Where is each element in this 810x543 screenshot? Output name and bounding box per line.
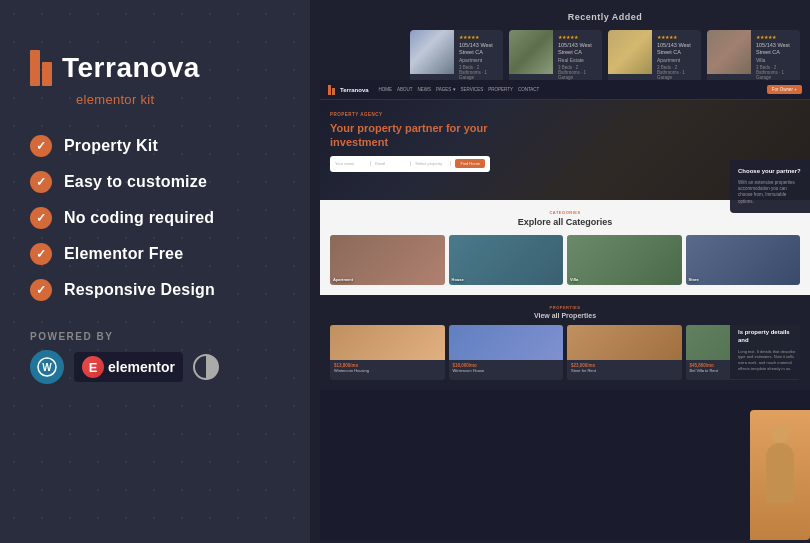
mock-side-info-box: Choose your partner? With an extensive p… [730, 160, 810, 213]
card-address-3: 105/143 West Street CA [657, 42, 696, 56]
property-card: ★★★★★ 105/143 West Street CA Apartment 3… [410, 30, 503, 84]
mock-property-card-1: $13,800/mo Wintercom Housing [330, 325, 445, 380]
mock-side-title: Choose your partner? [738, 168, 802, 176]
mock-logo-text: Terranova [340, 87, 369, 93]
mockup-area: Recently Added ★★★★★ 105/143 West Street… [310, 0, 810, 543]
hero-title-accent: your [464, 122, 488, 134]
card-details-4: ★★★★★ 105/143 West Street CA Villa 3 Bed… [751, 30, 800, 84]
feature-label-2: Easy to customize [64, 173, 207, 191]
agent-head [771, 425, 789, 443]
mock-nav-items: HOME ABOUT NEWS PAGES ▾ SERVICES PROPERT… [379, 87, 540, 92]
check-icon-5 [30, 279, 52, 301]
svg-text:W: W [42, 362, 52, 373]
logo-icon [30, 50, 52, 86]
mock-property-image-1 [330, 325, 445, 360]
feature-list: Property Kit Easy to customize No coding… [30, 135, 280, 301]
card-type-3: Apartment [657, 57, 696, 63]
wordpress-logo: W [30, 350, 64, 384]
check-icon-1 [30, 135, 52, 157]
mock-form-email: Email [375, 161, 411, 166]
mock-category-store: Store [686, 235, 801, 285]
mock-form-property: Select property [415, 161, 451, 166]
card-meta-1: 3 Beds · 2 Bathrooms · 1 Garage [459, 65, 498, 80]
hero-title-plain: Your property partner for [330, 122, 464, 134]
feature-label-5: Responsive Design [64, 281, 215, 299]
mock-form-button[interactable]: Find Home [455, 159, 485, 168]
card-address-1: 105/143 West Street CA [459, 42, 498, 56]
mock-cat-label-house: House [452, 277, 464, 282]
card-type-2: Real Estate [558, 57, 597, 63]
mock-cat-label-villa: Villa [570, 277, 578, 282]
mock-logo: Terranova [328, 85, 369, 95]
mock-nav-home: HOME [379, 87, 393, 92]
mock-nav-property: PROPERTY [488, 87, 513, 92]
logo-area: Terranova [30, 50, 280, 86]
powered-by-section: POWERED BY W E elementor [30, 331, 280, 384]
logo-text: Terranova [62, 52, 200, 84]
mock-nav-about: ABOUT [397, 87, 413, 92]
recently-added-section: Recently Added ★★★★★ 105/143 West Street… [400, 12, 810, 84]
check-icon-2 [30, 171, 52, 193]
mock-cat-label-apartment: Apartment [333, 277, 353, 282]
mock-hero-form: Your name Email Select property Find Hom… [330, 156, 490, 172]
logo-bar-tall [30, 50, 40, 86]
feature-label-1: Property Kit [64, 137, 158, 155]
logo-bar-short [42, 62, 52, 86]
card-stars-3: ★★★★★ [657, 34, 696, 40]
mock-property-image-2 [449, 325, 564, 360]
card-details-1: ★★★★★ 105/143 West Street CA Apartment 3… [454, 30, 503, 84]
mock-nav-services: SERVICES [461, 87, 484, 92]
mock-nav-button[interactable]: For Owner + [767, 85, 802, 94]
mock-logo-bars [328, 85, 335, 95]
mock-nav-pages: PAGES ▾ [436, 87, 455, 92]
mock-hero-tag: PROPERTY AGENCY [330, 112, 800, 117]
website-mockup: Terranova HOME ABOUT NEWS PAGES ▾ SERVIC… [320, 80, 810, 540]
right-panel: Recently Added ★★★★★ 105/143 West Street… [310, 0, 810, 543]
card-meta-2: 3 Beds · 2 Bathrooms · 1 Garage [558, 65, 597, 80]
check-icon-3 [30, 207, 52, 229]
mock-right-info-text: Long text. It details that describe type… [738, 349, 802, 371]
powered-logos: W E elementor [30, 350, 280, 384]
agent-body [766, 443, 794, 503]
recently-added-title: Recently Added [410, 12, 800, 22]
mock-property-info-3: $23,000/mo Store for Rent [567, 360, 682, 376]
card-meta-4: 3 Beds · 2 Bathrooms · 1 Garage [756, 65, 795, 80]
tagline: elementor kit [76, 92, 280, 107]
mock-categories-section: CATEGORIES Explore all Categories Apartm… [320, 200, 810, 295]
card-address-4: 105/143 West Street CA [756, 42, 795, 56]
card-image-4 [707, 30, 751, 74]
card-image-3 [608, 30, 652, 74]
mock-property-info-1: $13,800/mo Wintercom Housing [330, 360, 445, 376]
card-stars-1: ★★★★★ [459, 34, 498, 40]
mock-property-name-2: Wintercom House [453, 368, 560, 373]
property-card: ★★★★★ 105/143 West Street CA Villa 3 Bed… [707, 30, 800, 84]
card-type-4: Villa [756, 57, 795, 63]
elementor-logo: E elementor [74, 352, 183, 382]
elementor-e-letter: E [89, 360, 98, 375]
feature-item: Property Kit [30, 135, 280, 157]
property-card: ★★★★★ 105/143 West Street CA Apartment 3… [608, 30, 701, 84]
mock-bar-short [332, 88, 335, 95]
mock-properties-title: View all Properties [330, 312, 800, 319]
mock-nav-news: NEWS [418, 87, 432, 92]
card-stars-2: ★★★★★ [558, 34, 597, 40]
mock-category-house: House [449, 235, 564, 285]
mock-categories-title: Explore all Categories [330, 217, 800, 227]
card-details-3: ★★★★★ 105/143 West Street CA Apartment 3… [652, 30, 701, 84]
mock-side-text: With an extensive properties accommodati… [738, 180, 802, 205]
powered-by-label: POWERED BY [30, 331, 280, 342]
mock-properties-tag: PROPERTIES [330, 305, 800, 310]
card-address-2: 105/143 West Street CA [558, 42, 597, 56]
card-stars-4: ★★★★★ [756, 34, 795, 40]
mock-property-info-2: $18,000/mo Wintercom House [449, 360, 564, 376]
mock-property-name-1: Wintercom Housing [334, 368, 441, 373]
mock-bar-tall [328, 85, 331, 95]
mock-property-card-2: $18,000/mo Wintercom House [449, 325, 564, 380]
mock-categories-grid: Apartment House Villa Store [330, 235, 800, 285]
card-meta-3: 3 Beds · 2 Bathrooms · 1 Garage [657, 65, 696, 80]
third-party-logo [193, 354, 219, 380]
card-image-2 [509, 30, 553, 74]
elementor-text: elementor [108, 359, 175, 375]
mock-property-name-3: Store for Rent [571, 368, 678, 373]
mock-form-name: Your name [335, 161, 371, 166]
